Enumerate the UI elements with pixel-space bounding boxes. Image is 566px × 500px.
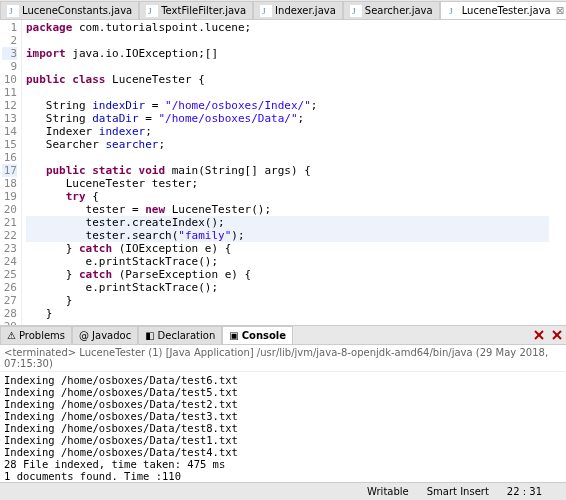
tab-label: LuceneTester.java	[462, 5, 551, 16]
code-line[interactable]: tester = new LuceneTester();	[26, 203, 549, 216]
view-tab-javadoc[interactable]: @Javadoc	[72, 326, 138, 344]
editor-tab[interactable]: JLuceneConstants.java	[0, 1, 139, 19]
code-line[interactable]: }	[26, 307, 549, 320]
tab-label: Searcher.java	[365, 5, 433, 16]
status-writable: Writable	[367, 486, 409, 497]
javadoc-icon: @	[79, 330, 89, 341]
code-line[interactable]: }	[26, 294, 549, 307]
code-line[interactable]: public class LuceneTester {	[26, 73, 549, 86]
code-line[interactable]: import java.io.IOException;[]	[26, 47, 549, 60]
view-tab-declaration[interactable]: ◧Declaration	[138, 326, 222, 344]
code-line[interactable]: } catch (IOException e) {	[26, 242, 549, 255]
code-line[interactable]	[26, 86, 549, 99]
code-line[interactable]: e.printStackTrace();	[26, 255, 549, 268]
code-line[interactable]: tester.search("family");	[26, 229, 549, 242]
code-line[interactable]	[26, 34, 549, 47]
status-pos: 22 : 31	[507, 486, 542, 497]
code-line[interactable]: } catch (ParseException e) {	[26, 268, 549, 281]
bottom-tabs: ⚠Problems@Javadoc◧Declaration▣Console	[0, 325, 566, 345]
editor-tab[interactable]: JIndexer.java	[253, 1, 343, 19]
view-tab-problems[interactable]: ⚠Problems	[0, 326, 72, 344]
view-tab-label: Console	[242, 330, 286, 341]
code-line[interactable]: Searcher searcher;	[26, 138, 549, 151]
editor-tab[interactable]: JTextFileFilter.java	[139, 1, 253, 19]
view-tab-console[interactable]: ▣Console	[222, 326, 293, 344]
code-line[interactable]: public static void main(String[] args) {	[26, 164, 549, 177]
console-header: <terminated> LuceneTester (1) [Java Appl…	[0, 345, 566, 372]
code-line[interactable]: Indexer indexer;	[26, 125, 549, 138]
code-line[interactable]: package com.tutorialspoint.lucene;	[26, 21, 549, 34]
editor-tabs: JLuceneConstants.javaJTextFileFilter.jav…	[0, 0, 566, 20]
tab-label: Indexer.java	[275, 5, 336, 16]
code-line[interactable]: String indexDir = "/home/osboxes/Index/"…	[26, 99, 549, 112]
view-tab-label: Declaration	[158, 330, 216, 341]
console-output[interactable]: Indexing /home/osboxes/Data/test6.txt In…	[0, 372, 566, 482]
editor-tab[interactable]: JLuceneTester.java ⊠	[440, 1, 566, 19]
tab-label: TextFileFilter.java	[161, 5, 246, 16]
editor-tab[interactable]: JSearcher.java	[343, 1, 440, 19]
code-line[interactable]	[26, 60, 549, 73]
code-line[interactable]: e.printStackTrace();	[26, 281, 549, 294]
code-line[interactable]: String dataDir = "/home/osboxes/Data/";	[26, 112, 549, 125]
problems-icon: ⚠	[7, 330, 16, 341]
code-area[interactable]: package com.tutorialspoint.lucene;import…	[22, 20, 553, 325]
code-line[interactable]	[26, 151, 549, 164]
status-bar: Writable Smart Insert 22 : 31	[0, 482, 566, 500]
status-insert: Smart Insert	[427, 486, 489, 497]
console-icon: ▣	[229, 330, 238, 341]
remove-icon[interactable]	[532, 328, 546, 342]
code-editor[interactable]: 1239101112131415161718192021222324252627…	[0, 20, 566, 325]
code-line[interactable]: LuceneTester tester;	[26, 177, 549, 190]
code-line[interactable]: tester.createIndex();	[26, 216, 549, 229]
remove-all-icon[interactable]	[550, 328, 564, 342]
view-tab-label: Javadoc	[92, 330, 131, 341]
code-line[interactable]: try {	[26, 190, 549, 203]
view-tab-label: Problems	[19, 330, 65, 341]
close-icon[interactable]: ⊠	[556, 5, 564, 16]
line-gutter: 1239101112131415161718192021222324252627…	[0, 20, 22, 325]
tab-label: LuceneConstants.java	[22, 5, 132, 16]
declaration-icon: ◧	[145, 330, 154, 341]
